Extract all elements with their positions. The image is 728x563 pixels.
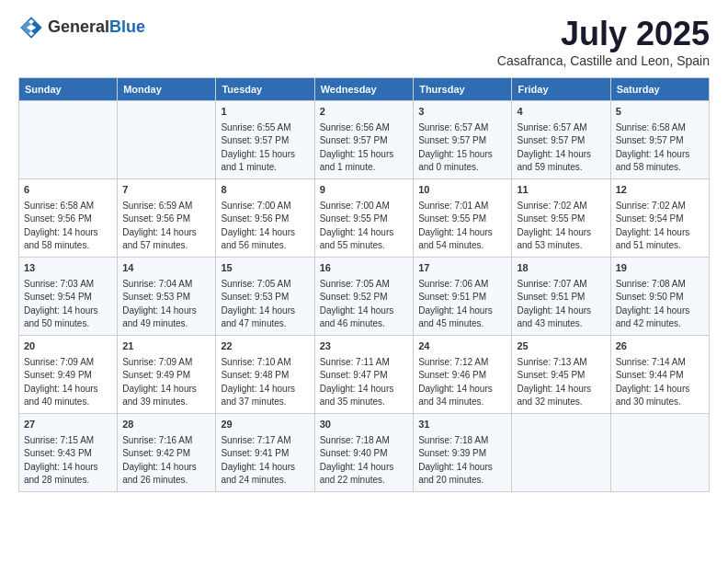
day-info: Sunrise: 7:08 AM [616, 278, 704, 292]
day-cell: 22Sunrise: 7:10 AMSunset: 9:48 PMDayligh… [216, 335, 314, 413]
day-info: Sunrise: 7:09 AM [122, 356, 210, 370]
day-info: Daylight: 14 hours and 40 minutes. [24, 383, 112, 409]
week-row-5: 27Sunrise: 7:15 AMSunset: 9:43 PMDayligh… [19, 413, 710, 491]
day-info: Sunset: 9:53 PM [221, 291, 309, 304]
day-info: Sunrise: 6:55 AM [221, 121, 309, 135]
day-cell: 12Sunrise: 7:02 AMSunset: 9:54 PMDayligh… [610, 178, 709, 257]
day-number: 30 [320, 418, 409, 432]
day-info: Sunset: 9:56 PM [24, 213, 112, 226]
day-number: 23 [320, 339, 409, 354]
day-cell: 2Sunrise: 6:56 AMSunset: 9:57 PMDaylight… [314, 101, 414, 179]
week-row-2: 6Sunrise: 6:58 AMSunset: 9:56 PMDaylight… [19, 178, 710, 257]
week-row-4: 20Sunrise: 7:09 AMSunset: 9:49 PMDayligh… [19, 335, 710, 413]
logo: GeneralBlue [18, 15, 145, 40]
day-info: Daylight: 14 hours and 28 minutes. [24, 461, 112, 488]
day-number: 4 [517, 105, 605, 120]
day-info: Sunset: 9:43 PM [24, 447, 112, 461]
day-cell [512, 413, 610, 491]
day-info: Sunrise: 7:14 AM [616, 356, 704, 370]
day-number: 28 [122, 418, 210, 432]
day-number: 9 [320, 183, 409, 198]
day-cell: 29Sunrise: 7:17 AMSunset: 9:41 PMDayligh… [216, 413, 314, 491]
day-cell: 25Sunrise: 7:13 AMSunset: 9:45 PMDayligh… [512, 335, 610, 413]
day-info: Sunset: 9:40 PM [320, 447, 409, 461]
day-info: Sunset: 9:49 PM [24, 369, 112, 383]
day-info: Sunrise: 7:05 AM [320, 278, 409, 292]
page-header: GeneralBlue July 2025 Casafranca, Castil… [18, 15, 710, 68]
day-info: Sunrise: 7:00 AM [221, 200, 309, 213]
day-info: Sunset: 9:56 PM [122, 213, 210, 226]
day-cell: 20Sunrise: 7:09 AMSunset: 9:49 PMDayligh… [19, 335, 118, 413]
day-info: Sunrise: 7:10 AM [221, 356, 309, 370]
header-cell-friday: Friday [512, 78, 610, 101]
header-cell-wednesday: Wednesday [314, 78, 414, 101]
day-info: Sunset: 9:48 PM [221, 369, 309, 383]
day-number: 29 [221, 418, 309, 432]
day-cell: 6Sunrise: 6:58 AMSunset: 9:56 PMDaylight… [19, 178, 118, 257]
day-number: 16 [320, 261, 409, 276]
day-info: Sunrise: 6:58 AM [24, 200, 112, 213]
day-info: Daylight: 14 hours and 57 minutes. [122, 226, 210, 253]
day-cell: 26Sunrise: 7:14 AMSunset: 9:44 PMDayligh… [610, 335, 709, 413]
day-info: Sunset: 9:51 PM [418, 291, 506, 304]
day-info: Sunset: 9:42 PM [122, 447, 210, 461]
day-info: Daylight: 14 hours and 47 minutes. [221, 304, 309, 331]
day-number: 26 [616, 339, 704, 354]
day-info: Sunrise: 7:00 AM [320, 200, 409, 213]
header-cell-saturday: Saturday [610, 78, 709, 101]
day-info: Sunset: 9:50 PM [616, 291, 704, 304]
day-info: Sunrise: 7:04 AM [122, 278, 210, 292]
svg-marker-2 [22, 21, 32, 34]
day-cell: 30Sunrise: 7:18 AMSunset: 9:40 PMDayligh… [314, 413, 414, 491]
day-info: Daylight: 14 hours and 45 minutes. [418, 304, 506, 331]
day-info: Sunrise: 7:11 AM [320, 356, 409, 370]
day-number: 24 [418, 339, 506, 354]
day-cell: 15Sunrise: 7:05 AMSunset: 9:53 PMDayligh… [216, 257, 314, 335]
day-cell: 5Sunrise: 6:58 AMSunset: 9:57 PMDaylight… [610, 101, 709, 179]
day-cell: 16Sunrise: 7:05 AMSunset: 9:52 PMDayligh… [314, 257, 414, 335]
day-number: 21 [122, 339, 210, 354]
day-info: Sunrise: 7:09 AM [24, 356, 112, 370]
day-number: 6 [24, 183, 112, 198]
day-cell [610, 413, 709, 491]
header-cell-monday: Monday [118, 78, 216, 101]
day-cell: 31Sunrise: 7:18 AMSunset: 9:39 PMDayligh… [414, 413, 512, 491]
day-info: Sunset: 9:44 PM [616, 369, 704, 383]
day-info: Daylight: 14 hours and 26 minutes. [122, 461, 210, 488]
day-info: Sunrise: 7:05 AM [221, 278, 309, 292]
day-number: 1 [221, 105, 309, 120]
day-info: Daylight: 14 hours and 49 minutes. [122, 304, 210, 331]
week-row-3: 13Sunrise: 7:03 AMSunset: 9:54 PMDayligh… [19, 257, 710, 335]
day-info: Sunrise: 7:02 AM [517, 200, 605, 213]
title-area: July 2025 Casafranca, Castille and Leon,… [497, 15, 710, 68]
day-cell: 18Sunrise: 7:07 AMSunset: 9:51 PMDayligh… [512, 257, 610, 335]
day-number: 18 [517, 261, 605, 276]
day-info: Sunset: 9:54 PM [616, 213, 704, 226]
day-info: Sunrise: 7:01 AM [418, 200, 506, 213]
day-info: Sunset: 9:53 PM [122, 291, 210, 304]
day-info: Sunset: 9:46 PM [418, 369, 506, 383]
day-info: Daylight: 14 hours and 54 minutes. [418, 226, 506, 253]
day-info: Sunset: 9:51 PM [517, 291, 605, 304]
location-title: Casafranca, Castille and Leon, Spain [497, 53, 710, 68]
day-cell: 24Sunrise: 7:12 AMSunset: 9:46 PMDayligh… [414, 335, 512, 413]
day-info: Sunset: 9:57 PM [221, 134, 309, 148]
day-info: Sunset: 9:49 PM [122, 369, 210, 383]
day-number: 8 [221, 183, 309, 198]
day-number: 15 [221, 261, 309, 276]
day-info: Sunset: 9:57 PM [320, 134, 409, 148]
day-info: Daylight: 14 hours and 46 minutes. [320, 304, 409, 331]
day-number: 31 [418, 418, 506, 432]
day-info: Daylight: 14 hours and 39 minutes. [122, 383, 210, 409]
logo-icon [18, 15, 44, 40]
day-info: Sunrise: 7:12 AM [418, 356, 506, 370]
day-info: Daylight: 14 hours and 22 minutes. [320, 461, 409, 488]
day-info: Sunrise: 7:03 AM [24, 278, 112, 292]
day-cell: 3Sunrise: 6:57 AMSunset: 9:57 PMDaylight… [414, 101, 512, 179]
day-number: 3 [418, 105, 506, 120]
day-info: Sunset: 9:57 PM [616, 134, 704, 148]
day-cell [19, 101, 118, 179]
day-number: 14 [122, 261, 210, 276]
day-info: Sunset: 9:55 PM [418, 213, 506, 226]
day-info: Sunrise: 6:57 AM [418, 121, 506, 135]
